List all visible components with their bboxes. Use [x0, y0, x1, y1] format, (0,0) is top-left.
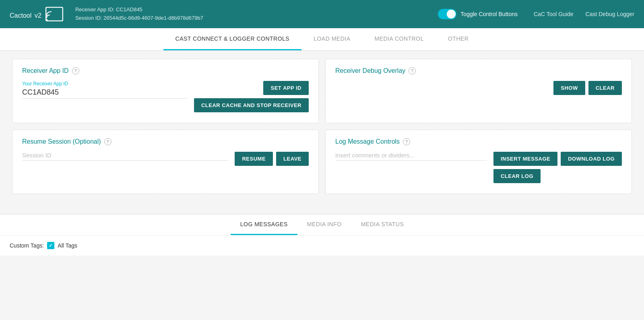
header-info: Receiver App ID: CC1AD845 Session ID: 26… — [75, 6, 438, 23]
nav-cac-tool-guide[interactable]: CaC Tool Guide — [534, 11, 574, 17]
download-log-button[interactable]: DOWNLOAD LOG — [561, 152, 622, 166]
main-tabs-container: CAST CONNECT & LOGGER CONTROLS LOAD MEDI… — [0, 28, 644, 51]
receiver-app-id-buttons: SET APP ID CLEAR CACHE AND STOP RECEIVER — [194, 81, 309, 112]
clear-log-button[interactable]: CLEAR LOG — [493, 169, 541, 183]
toggle-label: Toggle Control Buttons — [460, 11, 518, 17]
log-buttons: INSERT MESSAGE DOWNLOAD LOG CLEAR LOG — [493, 152, 622, 183]
log-message-controls-help-icon[interactable]: ? — [403, 138, 410, 145]
receiver-app-id-input-label: Your Receiver App ID — [22, 81, 188, 87]
receiver-app-id-value[interactable]: CC1AD845 — [22, 88, 188, 99]
tab-other[interactable]: OTHER — [436, 28, 481, 50]
cards-grid: Receiver App ID ? Your Receiver App ID C… — [12, 59, 632, 194]
receiver-app-id-body: Your Receiver App ID CC1AD845 SET APP ID… — [22, 81, 309, 112]
bottom-tabs: LOG MESSAGES MEDIA INFO MEDIA STATUS — [0, 215, 644, 235]
all-tags-label: All Tags — [58, 242, 77, 249]
logo-name: Cactool — [10, 12, 31, 19]
bottom-tab-log-messages[interactable]: LOG MESSAGES — [231, 215, 297, 235]
clear-overlay-button[interactable]: CLEAR — [588, 81, 622, 95]
cast-icon — [45, 7, 63, 21]
log-comment-input[interactable] — [335, 152, 487, 161]
header-nav: CaC Tool Guide Cast Debug Logger — [534, 11, 634, 17]
logo-version: v2 — [35, 12, 41, 19]
clear-cache-button[interactable]: CLEAR CACHE AND STOP RECEIVER — [194, 98, 309, 112]
resume-session-buttons: RESUME LEAVE — [235, 152, 309, 166]
custom-tags-label: Custom Tags: — [10, 242, 44, 249]
tab-cast-connect[interactable]: CAST CONNECT & LOGGER CONTROLS — [163, 28, 302, 50]
receiver-app-id-info: Receiver App ID: CC1AD845 — [75, 6, 438, 14]
main-tabs: CAST CONNECT & LOGGER CONTROLS LOAD MEDI… — [0, 28, 644, 50]
insert-message-button[interactable]: INSERT MESSAGE — [493, 152, 557, 166]
resume-session-input-section — [22, 152, 228, 161]
receiver-app-id-card: Receiver App ID ? Your Receiver App ID C… — [12, 59, 319, 123]
receiver-app-id-help-icon[interactable]: ? — [72, 67, 79, 74]
bottom-tab-media-status[interactable]: MEDIA STATUS — [351, 215, 414, 235]
main-content: Receiver App ID ? Your Receiver App ID C… — [0, 51, 644, 210]
session-id-info: Session ID: 26544d5c-66d9-4607-9de1-d8b9… — [75, 14, 438, 23]
receiver-debug-overlay-buttons: SHOW CLEAR — [553, 81, 622, 95]
logo: Cactool v2 — [10, 7, 63, 21]
logo-text: Cactool v2 — [10, 8, 41, 21]
log-card-body: INSERT MESSAGE DOWNLOAD LOG CLEAR LOG — [335, 152, 622, 183]
log-message-controls-title: Log Message Controls ? — [335, 138, 622, 145]
nav-cast-debug-logger[interactable]: Cast Debug Logger — [586, 11, 634, 17]
tab-media-control[interactable]: MEDIA CONTROL — [363, 28, 436, 50]
svg-rect-0 — [46, 7, 63, 21]
tab-load-media[interactable]: LOAD MEDIA — [301, 28, 362, 50]
receiver-debug-overlay-body: SHOW CLEAR — [335, 81, 622, 95]
session-id-input[interactable] — [22, 152, 228, 161]
clear-log-row: CLEAR LOG — [493, 169, 622, 183]
bottom-tab-media-info[interactable]: MEDIA INFO — [297, 215, 351, 235]
custom-tags-row: Custom Tags: All Tags — [10, 242, 634, 249]
set-app-id-button[interactable]: SET APP ID — [263, 81, 309, 95]
resume-session-card: Resume Session (Optional) ? RESUME LEAVE — [12, 130, 319, 194]
show-overlay-button[interactable]: SHOW — [553, 81, 585, 95]
bottom-section: LOG MESSAGES MEDIA INFO MEDIA STATUS Cus… — [0, 214, 644, 256]
svg-point-1 — [45, 19, 47, 21]
leave-button[interactable]: LEAVE — [276, 152, 309, 166]
resume-session-help-icon[interactable]: ? — [104, 138, 111, 145]
bottom-content: Custom Tags: All Tags — [0, 235, 644, 256]
receiver-debug-overlay-title: Receiver Debug Overlay ? — [335, 67, 622, 74]
toggle-switch[interactable] — [438, 9, 456, 19]
receiver-app-id-title: Receiver App ID ? — [22, 67, 309, 74]
header: Cactool v2 Receiver App ID: CC1AD845 Ses… — [0, 0, 644, 28]
log-message-controls-card: Log Message Controls ? INSERT MESSAGE DO… — [325, 130, 632, 194]
receiver-debug-overlay-help-icon[interactable]: ? — [409, 67, 416, 74]
log-buttons-top: INSERT MESSAGE DOWNLOAD LOG — [493, 152, 622, 166]
receiver-app-id-input-section: Your Receiver App ID CC1AD845 — [22, 81, 188, 99]
resume-session-title: Resume Session (Optional) ? — [22, 138, 309, 145]
resume-session-body: RESUME LEAVE — [22, 152, 309, 166]
log-input-section — [335, 152, 487, 161]
all-tags-checkbox[interactable] — [47, 242, 54, 249]
resume-button[interactable]: RESUME — [235, 152, 273, 166]
receiver-debug-overlay-card: Receiver Debug Overlay ? SHOW CLEAR — [325, 59, 632, 123]
toggle-section[interactable]: Toggle Control Buttons — [438, 9, 518, 19]
